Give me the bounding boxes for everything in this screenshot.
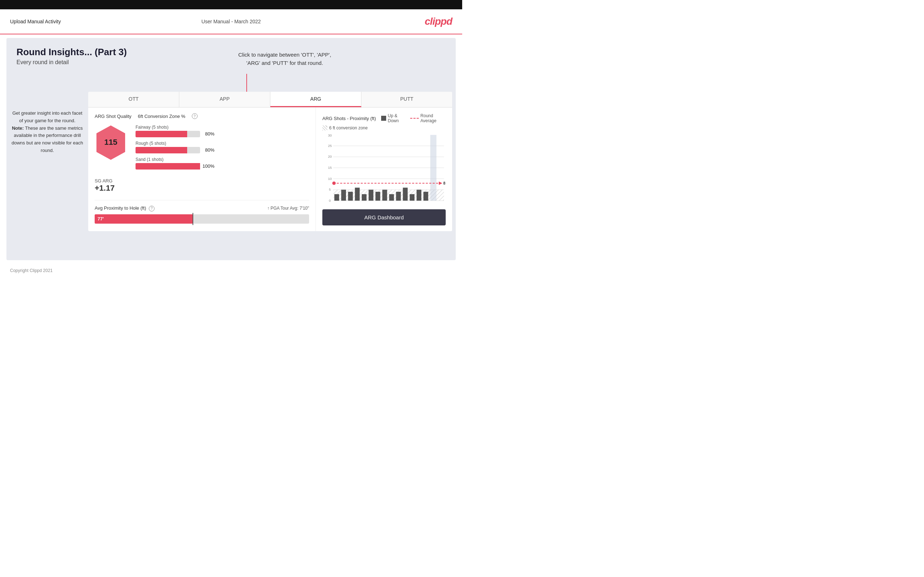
tabs: OTT APP ARG PUTT	[88, 92, 452, 108]
tab-app[interactable]: APP	[179, 92, 270, 107]
svg-rect-19	[334, 194, 339, 201]
svg-rect-22	[355, 188, 360, 201]
proximity-cursor	[192, 213, 193, 225]
main-subtitle: Every round in detail	[16, 59, 446, 66]
bar-track-rough: 80%	[136, 147, 200, 153]
svg-point-35	[333, 181, 336, 185]
main-content: Round Insights... (Part 3) Every round i…	[6, 38, 456, 260]
legend-label-round-avg: Round Average	[421, 113, 446, 123]
bar-label-fairway: Fairway (5 shots)	[136, 125, 309, 130]
copyright-text: Copyright Clippd 2021	[10, 268, 53, 273]
side-description: Get greater insight into each facet of y…	[11, 110, 83, 155]
svg-rect-26	[382, 190, 387, 201]
left-panel: ARG Shot Quality 6ft Conversion Zone % ?…	[88, 108, 316, 231]
bar-row-rough: Rough (5 shots) 80%	[136, 141, 309, 153]
right-panel-header: ARG Shots - Proximity (ft) Up & Down Rou…	[322, 113, 446, 123]
header: Upload Manual Activity User Manual - Mar…	[0, 9, 462, 34]
proximity-pga-avg: ↑ PGA Tour Avg: 7'10"	[267, 206, 309, 211]
svg-marker-36	[439, 181, 443, 185]
svg-rect-33	[430, 135, 436, 200]
svg-text:30: 30	[328, 133, 332, 137]
proximity-bar-text: 77'	[97, 216, 104, 221]
svg-rect-24	[368, 190, 373, 201]
hex-score-area: 115 Fairway (5 shots) 80% Rough (5 shots…	[95, 125, 309, 173]
bar-track-sand: 100%	[136, 163, 200, 169]
chart-svg: 0 5 10 15 20 25 30	[322, 133, 446, 205]
legend-label-up-down: Up & Down	[388, 113, 407, 123]
bar-label-rough: Rough (5 shots)	[136, 141, 309, 146]
svg-text:20: 20	[328, 155, 332, 158]
sg-value: +1.17	[95, 184, 309, 193]
svg-rect-23	[362, 194, 367, 201]
svg-rect-28	[396, 192, 401, 201]
sg-section: SG ARG +1.17	[95, 178, 309, 193]
legend-hatch-6ft	[322, 126, 327, 131]
svg-text:25: 25	[328, 144, 332, 148]
proximity-label: Avg Proximity to Hole (ft) ?	[95, 205, 155, 211]
svg-rect-20	[341, 190, 346, 201]
svg-rect-32	[423, 192, 428, 201]
svg-rect-21	[348, 192, 353, 201]
svg-text:10: 10	[328, 177, 332, 181]
main-title: Round Insights... (Part 3)	[16, 47, 446, 58]
bars-section: Fairway (5 shots) 80% Rough (5 shots) 80…	[136, 125, 309, 173]
svg-text:5: 5	[329, 187, 331, 191]
svg-text:0: 0	[329, 198, 331, 203]
legend-dashed-round-avg	[410, 118, 419, 119]
legend-up-down: Up & Down	[381, 113, 407, 123]
tab-putt[interactable]: PUTT	[362, 92, 452, 107]
hex-score: 115	[104, 138, 118, 147]
proximity-bar-track: 77'	[95, 214, 309, 224]
footer: Copyright Clippd 2021	[0, 264, 462, 277]
bar-label-sand: Sand (1 shots)	[136, 157, 309, 162]
chart-title: ARG Shots - Proximity (ft)	[322, 116, 376, 121]
clippd-logo: clippd	[425, 16, 452, 27]
svg-rect-27	[389, 194, 394, 201]
legend-label-6ft: 6 ft conversion zone	[329, 126, 368, 131]
bar-row-fairway: Fairway (5 shots) 80%	[136, 125, 309, 137]
upload-manual-label[interactable]: Upload Manual Activity	[10, 19, 61, 24]
tab-ott[interactable]: OTT	[88, 92, 179, 107]
hex-container: 115	[95, 125, 127, 161]
sg-label: SG ARG	[95, 178, 309, 184]
card-body: ARG Shot Quality 6ft Conversion Zone % ?…	[88, 108, 452, 231]
right-panel: ARG Shots - Proximity (ft) Up & Down Rou…	[316, 108, 452, 231]
svg-rect-31	[417, 190, 421, 201]
manual-title: User Manual - March 2022	[202, 19, 261, 24]
panel-header: ARG Shot Quality 6ft Conversion Zone % ?	[95, 113, 309, 119]
top-bar	[0, 0, 462, 9]
dashboard-card: OTT APP ARG PUTT ARG Shot Quality 6ft Co…	[88, 92, 452, 231]
legend-round-avg: Round Average	[410, 113, 446, 123]
bar-fill-rough	[136, 147, 187, 153]
bar-pct-rough: 80%	[205, 147, 215, 153]
proximity-header: Avg Proximity to Hole (ft) ? ↑ PGA Tour …	[95, 205, 309, 211]
annotation-text: Click to navigate between 'OTT', 'APP','…	[238, 51, 331, 67]
svg-rect-30	[410, 194, 415, 201]
svg-text:8: 8	[443, 181, 445, 185]
legend-box-up-down	[381, 116, 386, 121]
svg-text:15: 15	[328, 166, 332, 169]
svg-rect-25	[375, 192, 380, 201]
proximity-info-icon[interactable]: ?	[149, 206, 155, 211]
bar-row-sand: Sand (1 shots) 100%	[136, 157, 309, 169]
legend-6ft: 6 ft conversion zone	[322, 126, 446, 131]
note-label: Note:	[12, 126, 24, 131]
bar-pct-fairway: 80%	[205, 131, 215, 137]
proximity-section: Avg Proximity to Hole (ft) ? ↑ PGA Tour …	[95, 200, 309, 224]
page-title: Round Insights... (Part 3) Every round i…	[16, 47, 446, 66]
tab-arg[interactable]: ARG	[270, 92, 362, 107]
arg-dashboard-button[interactable]: ARG Dashboard	[322, 209, 446, 226]
bar-fill-sand	[136, 163, 200, 169]
shot-quality-label: ARG Shot Quality	[95, 114, 132, 119]
bar-track-fairway: 80%	[136, 131, 200, 137]
bar-fill-fairway	[136, 131, 187, 137]
proximity-bar-fill: 77'	[95, 214, 193, 224]
bar-pct-sand: 100%	[203, 163, 215, 169]
chart-area: 0 5 10 15 20 25 30	[322, 133, 446, 205]
conversion-label: 6ft Conversion Zone %	[138, 114, 186, 119]
svg-rect-29	[403, 188, 408, 201]
info-icon[interactable]: ?	[192, 113, 197, 119]
